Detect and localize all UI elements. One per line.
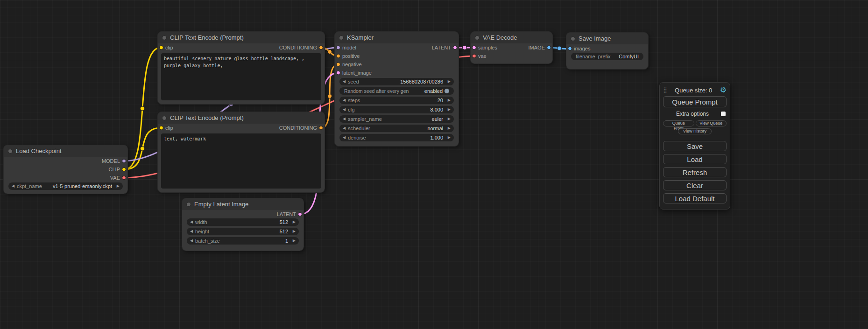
widget-value: 1.000 [430,135,443,140]
clear-button[interactable]: Clear [663,180,727,190]
node-load-checkpoint[interactable]: Load Checkpoint MODEL CLIP VAE ◀ ckpt_na… [4,145,127,194]
collapse-dot-icon[interactable] [186,202,191,207]
node-titlebar[interactable]: Load Checkpoint [4,145,127,157]
positive-prompt-textarea[interactable]: beautiful scenery nature glass bottle la… [161,53,321,100]
collapse-dot-icon[interactable] [339,35,344,40]
decrement-arrow-icon[interactable]: ◀ [343,108,348,112]
history-button-row: View History [663,128,727,134]
increment-arrow-icon[interactable]: ▶ [114,184,120,188]
save-button[interactable]: Save [663,141,727,151]
toggle-dot-icon[interactable] [445,89,449,93]
increment-arrow-icon[interactable]: ▶ [290,239,296,243]
node-ksampler[interactable]: KSampler model LATENT positive negative … [335,32,459,146]
widget-label: width [195,219,280,225]
increment-arrow-icon[interactable]: ▶ [290,220,296,224]
decrement-arrow-icon[interactable]: ◀ [190,230,195,233]
load-button[interactable]: Load [663,154,727,164]
increment-arrow-icon[interactable]: ▶ [445,80,451,84]
collapse-dot-icon[interactable] [162,35,167,40]
node-titlebar[interactable]: Empty Latent Image [182,198,303,210]
widget-cfg[interactable]: ◀ cfg 8.000 ▶ [339,106,454,113]
settings-gear-icon[interactable]: ⚙ [720,86,727,94]
collapse-dot-icon[interactable] [571,36,575,41]
node-titlebar[interactable]: Save Image [566,33,648,44]
queue-prompt-button[interactable]: Queue Prompt [663,96,727,107]
decrement-arrow-icon[interactable]: ◀ [343,98,348,102]
node-clip-text-encode-negative[interactable]: CLIP Text Encode (Prompt) clip CONDITION… [158,112,325,192]
input-slot-clip[interactable] [159,126,163,130]
input-slot-positive[interactable] [336,54,340,58]
decrement-arrow-icon[interactable]: ◀ [190,239,195,243]
widget-ckpt-name[interactable]: ◀ ckpt_name v1-5-pruned-emaonly.ckpt ▶ [8,182,123,190]
refresh-button[interactable]: Refresh [663,167,727,177]
output-slot-vae[interactable] [122,176,126,180]
view-queue-button[interactable]: View Queue [696,120,727,126]
input-slot-images[interactable] [568,47,572,51]
load-default-button[interactable]: Load Default [663,193,727,203]
collapse-dot-icon[interactable] [8,149,13,154]
decrement-arrow-icon[interactable]: ◀ [343,136,348,140]
output-slot-latent[interactable] [453,46,457,50]
widget-seed[interactable]: ◀ seed 156680208700286 ▶ [339,78,454,85]
input-slot-latent-image[interactable] [336,71,340,75]
widget-width[interactable]: ◀ width 512 ▶ [187,218,299,226]
node-titlebar[interactable]: CLIP Text Encode (Prompt) [158,32,325,43]
widget-value: ComfyUI [619,54,639,59]
decrement-arrow-icon[interactable]: ◀ [343,117,348,121]
input-slot-samples[interactable] [472,46,476,50]
node-vae-decode[interactable]: VAE Decode samples IMAGE vae [471,32,552,63]
increment-arrow-icon[interactable]: ▶ [445,108,451,112]
collapse-dot-icon[interactable] [162,116,167,120]
queue-front-button[interactable]: Queue Front [663,120,694,126]
widget-scheduler[interactable]: ◀ scheduler normal ▶ [339,125,454,132]
output-slot-conditioning[interactable] [319,46,323,50]
decrement-arrow-icon[interactable]: ◀ [12,184,17,188]
input-slot-vae[interactable] [472,54,476,58]
node-titlebar[interactable]: KSampler [335,32,459,43]
output-slot-image[interactable] [547,46,551,50]
slot-row: latent_image [335,69,459,77]
decrement-arrow-icon[interactable]: ◀ [190,220,195,224]
increment-arrow-icon[interactable]: ▶ [445,126,451,130]
increment-arrow-icon[interactable]: ▶ [290,230,296,233]
increment-arrow-icon[interactable]: ▶ [445,98,451,102]
view-history-button[interactable]: View History [678,128,712,134]
node-titlebar[interactable]: VAE Decode [471,32,552,43]
widget-value: 156680208700286 [400,79,443,84]
slot-row: positive [335,52,459,60]
extra-options-label: Extra options [664,111,721,117]
increment-arrow-icon[interactable]: ▶ [445,136,451,140]
node-title: Load Checkpoint [16,147,62,154]
output-slot-clip[interactable] [122,168,126,172]
output-slot-model[interactable] [122,159,126,163]
widget-sampler-name[interactable]: ◀ sampler_name euler ▶ [339,115,454,123]
output-slot-latent[interactable] [298,212,302,217]
widget-steps[interactable]: ◀ steps 20 ▶ [339,97,454,104]
widget-random-seed-toggle[interactable]: Random seed after every gen enabled [339,87,454,95]
widget-filename-prefix[interactable]: filename_prefix ComfyUI [571,53,643,60]
input-slot-negative[interactable] [336,63,340,67]
input-slot-clip[interactable] [159,46,163,50]
widget-value: 20 [438,98,443,103]
increment-arrow-icon[interactable]: ▶ [445,117,451,121]
widget-batch-size[interactable]: ◀ batch_size 1 ▶ [187,237,299,245]
collapse-dot-icon[interactable] [475,35,480,40]
node-titlebar[interactable]: CLIP Text Encode (Prompt) [158,112,325,124]
node-empty-latent-image[interactable]: Empty Latent Image LATENT ◀ width 512 ▶ … [182,198,303,251]
input-slot-model[interactable] [336,46,340,50]
output-label-clip: CLIP [109,167,120,172]
negative-prompt-textarea[interactable]: text, watermark [161,133,321,189]
node-save-image[interactable]: Save Image images filename_prefix ComfyU… [566,33,648,69]
decrement-arrow-icon[interactable]: ◀ [343,126,348,130]
extra-options-checkbox[interactable] [721,112,726,116]
node-graph-canvas[interactable]: Load Checkpoint MODEL CLIP VAE ◀ ckpt_na… [0,0,868,329]
widget-denoise[interactable]: ◀ denoise 1.000 ▶ [339,134,454,141]
output-slot-conditioning[interactable] [319,126,323,130]
input-label-samples: samples [478,45,497,50]
node-clip-text-encode-positive[interactable]: CLIP Text Encode (Prompt) clip CONDITION… [158,32,325,104]
slot-row: vae [471,52,552,60]
widget-height[interactable]: ◀ height 512 ▶ [187,228,299,235]
slot-row: samples IMAGE [471,43,552,52]
drag-handle-icon[interactable]: ⣿ [663,87,667,93]
decrement-arrow-icon[interactable]: ◀ [343,80,348,84]
